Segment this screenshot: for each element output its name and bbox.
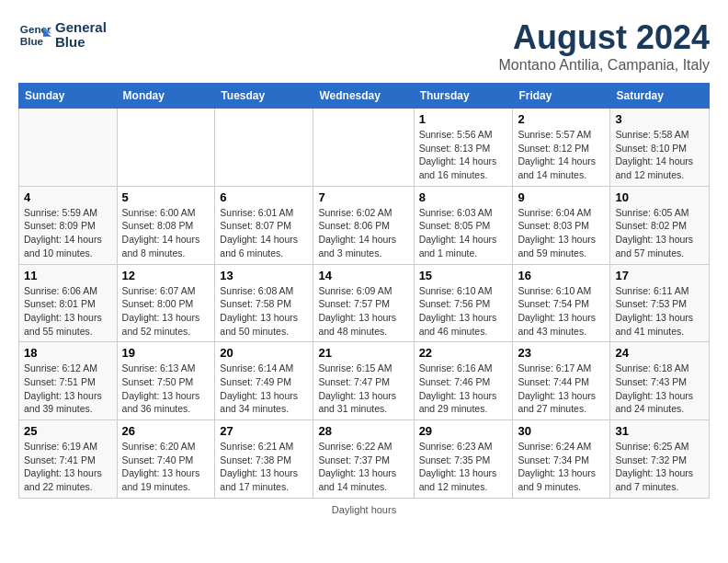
calendar-cell: 12Sunrise: 6:07 AM Sunset: 8:00 PM Dayli… bbox=[117, 264, 215, 342]
day-info: Sunrise: 6:08 AM Sunset: 7:58 PM Dayligh… bbox=[220, 284, 308, 339]
page: General Blue General Blue August 2024 Mo… bbox=[0, 0, 728, 524]
day-info: Sunrise: 6:09 AM Sunset: 7:57 PM Dayligh… bbox=[318, 284, 408, 339]
calendar-cell: 31Sunrise: 6:25 AM Sunset: 7:32 PM Dayli… bbox=[610, 420, 710, 499]
calendar-cell: 24Sunrise: 6:18 AM Sunset: 7:43 PM Dayli… bbox=[610, 342, 710, 420]
day-info: Sunrise: 6:20 AM Sunset: 7:40 PM Dayligh… bbox=[122, 440, 210, 494]
day-number: 6 bbox=[220, 190, 308, 204]
day-info: Sunrise: 6:25 AM Sunset: 7:32 PM Dayligh… bbox=[615, 440, 704, 494]
calendar-week-4: 25Sunrise: 6:19 AM Sunset: 7:41 PM Dayli… bbox=[19, 420, 710, 499]
day-header-tuesday: Tuesday bbox=[215, 84, 313, 109]
calendar-week-2: 11Sunrise: 6:06 AM Sunset: 8:01 PM Dayli… bbox=[19, 264, 710, 342]
calendar-cell: 13Sunrise: 6:08 AM Sunset: 7:58 PM Dayli… bbox=[215, 264, 313, 342]
day-info: Sunrise: 6:05 AM Sunset: 8:02 PM Dayligh… bbox=[615, 206, 704, 260]
day-number: 18 bbox=[24, 346, 112, 360]
day-header-saturday: Saturday bbox=[610, 84, 710, 109]
day-info: Sunrise: 6:14 AM Sunset: 7:49 PM Dayligh… bbox=[220, 362, 308, 416]
calendar-cell bbox=[117, 109, 215, 187]
calendar-cell: 7Sunrise: 6:02 AM Sunset: 8:06 PM Daylig… bbox=[313, 186, 414, 264]
day-number: 27 bbox=[220, 424, 308, 438]
calendar-cell: 1Sunrise: 5:56 AM Sunset: 8:13 PM Daylig… bbox=[414, 109, 513, 187]
day-info: Sunrise: 6:04 AM Sunset: 8:03 PM Dayligh… bbox=[518, 206, 605, 260]
calendar-cell: 19Sunrise: 6:13 AM Sunset: 7:50 PM Dayli… bbox=[117, 342, 215, 420]
header: General Blue General Blue August 2024 Mo… bbox=[18, 18, 710, 74]
day-info: Sunrise: 6:11 AM Sunset: 7:53 PM Dayligh… bbox=[615, 284, 704, 339]
day-info: Sunrise: 6:16 AM Sunset: 7:46 PM Dayligh… bbox=[419, 362, 508, 416]
day-number: 15 bbox=[419, 269, 508, 282]
footer-note: Daylight hours bbox=[18, 504, 710, 515]
day-info: Sunrise: 6:19 AM Sunset: 7:41 PM Dayligh… bbox=[24, 440, 112, 494]
day-number: 3 bbox=[615, 112, 704, 126]
day-number: 26 bbox=[122, 424, 210, 438]
day-info: Sunrise: 6:07 AM Sunset: 8:00 PM Dayligh… bbox=[122, 284, 210, 339]
day-info: Sunrise: 6:23 AM Sunset: 7:35 PM Dayligh… bbox=[419, 440, 508, 494]
calendar-cell: 27Sunrise: 6:21 AM Sunset: 7:38 PM Dayli… bbox=[215, 420, 313, 499]
calendar-cell: 9Sunrise: 6:04 AM Sunset: 8:03 PM Daylig… bbox=[513, 186, 610, 264]
calendar-cell: 28Sunrise: 6:22 AM Sunset: 7:37 PM Dayli… bbox=[313, 420, 414, 499]
day-info: Sunrise: 6:03 AM Sunset: 8:05 PM Dayligh… bbox=[419, 206, 508, 260]
calendar-week-1: 4Sunrise: 5:59 AM Sunset: 8:09 PM Daylig… bbox=[19, 186, 710, 264]
day-info: Sunrise: 6:00 AM Sunset: 8:08 PM Dayligh… bbox=[122, 206, 210, 260]
calendar-cell: 21Sunrise: 6:15 AM Sunset: 7:47 PM Dayli… bbox=[313, 342, 414, 420]
day-info: Sunrise: 5:56 AM Sunset: 8:13 PM Dayligh… bbox=[419, 128, 508, 182]
calendar-cell: 5Sunrise: 6:00 AM Sunset: 8:08 PM Daylig… bbox=[117, 186, 215, 264]
day-number: 13 bbox=[220, 269, 308, 282]
day-info: Sunrise: 6:06 AM Sunset: 8:01 PM Dayligh… bbox=[24, 284, 112, 339]
day-number: 5 bbox=[122, 190, 210, 204]
calendar-table: SundayMondayTuesdayWednesdayThursdayFrid… bbox=[18, 83, 710, 499]
day-info: Sunrise: 6:12 AM Sunset: 7:51 PM Dayligh… bbox=[24, 362, 112, 416]
day-number: 30 bbox=[518, 424, 605, 438]
day-info: Sunrise: 6:02 AM Sunset: 8:06 PM Dayligh… bbox=[318, 206, 408, 260]
day-number: 12 bbox=[122, 269, 210, 282]
calendar-cell: 3Sunrise: 5:58 AM Sunset: 8:10 PM Daylig… bbox=[610, 109, 710, 187]
logo-icon: General Blue bbox=[18, 18, 51, 52]
calendar-cell: 30Sunrise: 6:24 AM Sunset: 7:34 PM Dayli… bbox=[513, 420, 610, 499]
calendar-cell: 8Sunrise: 6:03 AM Sunset: 8:05 PM Daylig… bbox=[414, 186, 513, 264]
day-number: 11 bbox=[24, 269, 112, 282]
calendar-cell: 23Sunrise: 6:17 AM Sunset: 7:44 PM Dayli… bbox=[513, 342, 610, 420]
calendar-cell: 29Sunrise: 6:23 AM Sunset: 7:35 PM Dayli… bbox=[414, 420, 513, 499]
day-number: 17 bbox=[615, 269, 704, 282]
day-header-wednesday: Wednesday bbox=[313, 84, 414, 109]
day-info: Sunrise: 5:58 AM Sunset: 8:10 PM Dayligh… bbox=[615, 128, 704, 182]
day-info: Sunrise: 6:13 AM Sunset: 7:50 PM Dayligh… bbox=[122, 362, 210, 416]
calendar-cell bbox=[215, 109, 313, 187]
day-number: 29 bbox=[419, 424, 508, 438]
day-info: Sunrise: 6:15 AM Sunset: 7:47 PM Dayligh… bbox=[318, 362, 408, 416]
day-number: 22 bbox=[419, 346, 508, 360]
day-number: 4 bbox=[24, 190, 112, 204]
calendar-cell: 26Sunrise: 6:20 AM Sunset: 7:40 PM Dayli… bbox=[117, 420, 215, 499]
calendar-cell: 11Sunrise: 6:06 AM Sunset: 8:01 PM Dayli… bbox=[19, 264, 118, 342]
calendar-cell: 17Sunrise: 6:11 AM Sunset: 7:53 PM Dayli… bbox=[610, 264, 710, 342]
day-header-sunday: Sunday bbox=[19, 84, 118, 109]
calendar-cell bbox=[313, 109, 414, 187]
day-number: 9 bbox=[518, 190, 605, 204]
calendar-cell: 16Sunrise: 6:10 AM Sunset: 7:54 PM Dayli… bbox=[513, 264, 610, 342]
day-number: 19 bbox=[122, 346, 210, 360]
calendar-cell: 6Sunrise: 6:01 AM Sunset: 8:07 PM Daylig… bbox=[215, 186, 313, 264]
sub-title: Montano Antilia, Campania, Italy bbox=[499, 57, 710, 74]
svg-text:Blue: Blue bbox=[20, 35, 44, 47]
day-info: Sunrise: 6:24 AM Sunset: 7:34 PM Dayligh… bbox=[518, 440, 605, 494]
day-info: Sunrise: 6:21 AM Sunset: 7:38 PM Dayligh… bbox=[220, 440, 308, 494]
day-number: 1 bbox=[419, 112, 508, 126]
calendar-cell: 20Sunrise: 6:14 AM Sunset: 7:49 PM Dayli… bbox=[215, 342, 313, 420]
day-number: 31 bbox=[615, 424, 704, 438]
day-info: Sunrise: 6:22 AM Sunset: 7:37 PM Dayligh… bbox=[318, 440, 408, 494]
day-number: 28 bbox=[318, 424, 408, 438]
logo-line2: Blue bbox=[55, 35, 107, 51]
calendar-header-row: SundayMondayTuesdayWednesdayThursdayFrid… bbox=[19, 84, 710, 109]
day-number: 23 bbox=[518, 346, 605, 360]
calendar-cell: 18Sunrise: 6:12 AM Sunset: 7:51 PM Dayli… bbox=[19, 342, 118, 420]
day-info: Sunrise: 6:17 AM Sunset: 7:44 PM Dayligh… bbox=[518, 362, 605, 416]
day-info: Sunrise: 5:57 AM Sunset: 8:12 PM Dayligh… bbox=[518, 128, 605, 182]
logo-line1: General bbox=[55, 20, 107, 36]
day-info: Sunrise: 5:59 AM Sunset: 8:09 PM Dayligh… bbox=[24, 206, 112, 260]
calendar-cell: 25Sunrise: 6:19 AM Sunset: 7:41 PM Dayli… bbox=[19, 420, 118, 499]
day-number: 14 bbox=[318, 269, 408, 282]
calendar-week-0: 1Sunrise: 5:56 AM Sunset: 8:13 PM Daylig… bbox=[19, 109, 710, 187]
calendar-body: 1Sunrise: 5:56 AM Sunset: 8:13 PM Daylig… bbox=[19, 109, 710, 499]
day-info: Sunrise: 6:18 AM Sunset: 7:43 PM Dayligh… bbox=[615, 362, 704, 416]
day-number: 25 bbox=[24, 424, 112, 438]
day-info: Sunrise: 6:10 AM Sunset: 7:54 PM Dayligh… bbox=[518, 284, 605, 339]
calendar-week-3: 18Sunrise: 6:12 AM Sunset: 7:51 PM Dayli… bbox=[19, 342, 710, 420]
